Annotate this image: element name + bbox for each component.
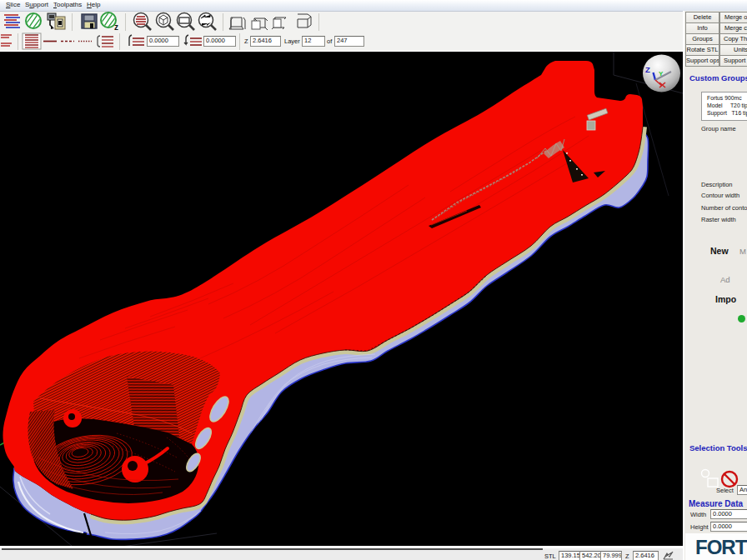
svg-text:Z: Z bbox=[645, 65, 650, 74]
svg-text:Y: Y bbox=[659, 70, 664, 78]
svg-text:z: z bbox=[114, 22, 118, 32]
